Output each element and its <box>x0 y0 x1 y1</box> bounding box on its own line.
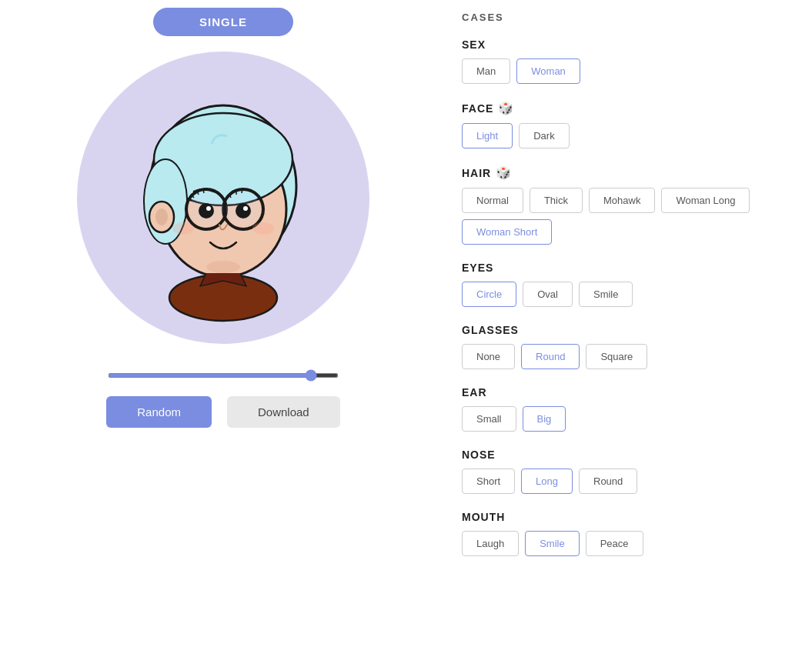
option-mouth-laugh[interactable]: Laugh <box>462 531 519 556</box>
option-group-hair: NormalThickMohawkWoman LongWoman Short <box>462 188 797 245</box>
svg-point-7 <box>155 208 168 225</box>
avatar-preview <box>77 52 369 344</box>
section-face: FACE🎲LightDark <box>462 101 797 148</box>
svg-point-17 <box>172 222 194 235</box>
svg-point-14 <box>236 203 251 218</box>
section-label-mouth: MOUTH <box>462 511 797 523</box>
svg-point-15 <box>206 206 211 211</box>
section-label-sex: SEX <box>462 38 797 51</box>
label-text-sex: SEX <box>462 38 486 51</box>
right-panel: CASES SEXManWomanFACE🎲LightDarkHAIR🎲Norm… <box>446 0 812 647</box>
option-face-dark[interactable]: Dark <box>519 123 569 148</box>
option-hair-woman-short[interactable]: Woman Short <box>462 219 552 245</box>
option-group-ear: SmallBig <box>462 406 797 432</box>
svg-point-16 <box>243 206 248 211</box>
option-hair-normal[interactable]: Normal <box>462 188 523 213</box>
option-sex-man[interactable]: Man <box>462 58 510 84</box>
option-ear-small[interactable]: Small <box>462 406 516 432</box>
left-panel: SINGLE <box>0 0 446 647</box>
option-group-face: LightDark <box>462 123 797 148</box>
svg-point-2 <box>169 275 277 321</box>
avatar-svg <box>92 67 354 329</box>
option-eyes-smile[interactable]: Smile <box>579 282 633 307</box>
section-label-ear: EAR <box>462 386 797 399</box>
svg-point-18 <box>252 222 274 235</box>
svg-point-13 <box>199 203 214 218</box>
label-text-nose: NOSE <box>462 449 496 461</box>
option-sex-woman[interactable]: Woman <box>516 58 580 84</box>
option-nose-long[interactable]: Long <box>521 469 573 494</box>
single-button[interactable]: SINGLE <box>153 8 293 36</box>
label-text-mouth: MOUTH <box>462 511 505 523</box>
random-button[interactable]: Random <box>106 396 212 428</box>
option-eyes-circle[interactable]: Circle <box>462 282 516 307</box>
section-hair: HAIR🎲NormalThickMohawkWoman LongWoman Sh… <box>462 165 797 245</box>
section-label-glasses: GLASSES <box>462 324 797 336</box>
section-nose: NOSEShortLongRound <box>462 449 797 494</box>
option-mouth-smile[interactable]: Smile <box>525 531 580 556</box>
sections-container: SEXManWomanFACE🎲LightDarkHAIR🎲NormalThic… <box>462 38 797 556</box>
option-nose-short[interactable]: Short <box>462 469 515 494</box>
option-glasses-round[interactable]: Round <box>521 344 580 369</box>
option-mouth-peace[interactable]: Peace <box>586 531 643 556</box>
option-group-mouth: LaughSmilePeace <box>462 531 797 556</box>
option-group-eyes: CircleOvalSmile <box>462 282 797 307</box>
option-glasses-square[interactable]: Square <box>586 344 647 369</box>
label-text-eyes: EYES <box>462 262 493 274</box>
section-sex: SEXManWoman <box>462 38 797 84</box>
dice-icon-face[interactable]: 🎲 <box>498 101 514 115</box>
option-hair-mohawk[interactable]: Mohawk <box>589 188 655 213</box>
option-nose-round[interactable]: Round <box>579 469 637 494</box>
size-slider-container <box>108 367 339 381</box>
option-group-glasses: NoneRoundSquare <box>462 344 797 369</box>
dice-icon-hair[interactable]: 🎲 <box>496 165 512 180</box>
label-text-glasses: GLASSES <box>462 324 519 336</box>
section-eyes: EYESCircleOvalSmile <box>462 262 797 307</box>
size-slider[interactable] <box>108 373 339 378</box>
cases-title: CASES <box>462 12 797 23</box>
section-ear: EARSmallBig <box>462 386 797 432</box>
section-label-face: FACE🎲 <box>462 101 797 115</box>
section-mouth: MOUTHLaughSmilePeace <box>462 511 797 556</box>
option-ear-big[interactable]: Big <box>523 406 566 432</box>
section-label-eyes: EYES <box>462 262 797 274</box>
section-label-hair: HAIR🎲 <box>462 165 797 180</box>
section-glasses: GLASSESNoneRoundSquare <box>462 324 797 369</box>
option-eyes-oval[interactable]: Oval <box>523 282 573 307</box>
option-hair-thick[interactable]: Thick <box>530 188 583 213</box>
option-group-sex: ManWoman <box>462 58 797 84</box>
option-group-nose: ShortLongRound <box>462 469 797 494</box>
section-label-nose: NOSE <box>462 449 797 461</box>
option-hair-woman-long[interactable]: Woman Long <box>661 188 750 213</box>
action-buttons: Random Download <box>106 396 339 428</box>
label-text-ear: EAR <box>462 386 487 399</box>
label-text-hair: HAIR <box>462 167 491 179</box>
svg-point-19 <box>206 261 240 273</box>
label-text-face: FACE <box>462 102 493 115</box>
option-face-light[interactable]: Light <box>462 123 513 148</box>
download-button[interactable]: Download <box>227 396 340 428</box>
option-glasses-none[interactable]: None <box>462 344 515 369</box>
